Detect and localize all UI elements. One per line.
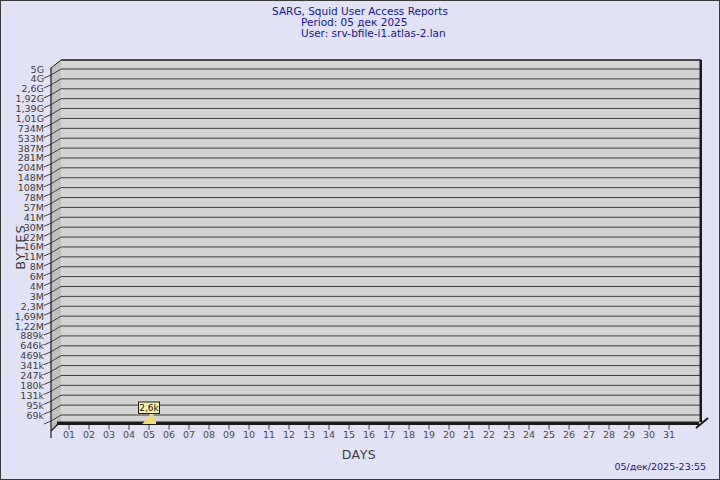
svg-text:14: 14 [323,429,335,440]
svg-text:10: 10 [243,429,255,440]
svg-text:30: 30 [643,429,655,440]
svg-text:28: 28 [603,429,615,440]
chart-svg: 5G4G2,6G1,92G1,39G1,01G734M533M387M281M2… [1,1,720,480]
generated-timestamp: 05/дек/2025-23:55 [614,461,706,472]
svg-text:17: 17 [383,429,395,440]
svg-text:04: 04 [123,429,135,440]
svg-text:08: 08 [203,429,215,440]
svg-text:24: 24 [523,429,535,440]
x-tick-labels: 0102030405060708091011121314151617181920… [63,425,675,440]
svg-text:31: 31 [663,429,675,440]
svg-text:03: 03 [103,429,115,440]
report-canvas: 5G4G2,6G1,92G1,39G1,01G734M533M387M281M2… [0,0,720,480]
svg-text:02: 02 [83,429,95,440]
svg-text:19: 19 [423,429,435,440]
x-axis-title: DAYS [342,447,377,462]
svg-text:20: 20 [443,429,455,440]
svg-text:06: 06 [163,429,175,440]
plot-area [61,60,701,425]
svg-text:12: 12 [283,429,295,440]
y-axis-title: BYTES [13,224,28,270]
svg-text:23: 23 [503,429,515,440]
svg-text:26: 26 [563,429,575,440]
svg-text:15: 15 [343,429,355,440]
svg-text:18: 18 [403,429,415,440]
svg-text:13: 13 [303,429,315,440]
svg-text:21: 21 [463,429,475,440]
svg-text:29: 29 [623,429,635,440]
plot-right-edge [700,60,703,422]
svg-text:16: 16 [363,429,375,440]
svg-text:09: 09 [223,429,235,440]
svg-text:22: 22 [483,429,495,440]
svg-text:05: 05 [143,429,155,440]
bar-value-label: 2,6k [139,403,159,413]
svg-text:07: 07 [183,429,195,440]
plot-left-wall [51,60,61,431]
svg-text:27: 27 [583,429,595,440]
svg-text:69k: 69k [26,410,44,421]
report-user: User: srv-bfile-i1.atlas-2.lan [301,28,446,39]
svg-text:11: 11 [263,429,275,440]
svg-text:25: 25 [543,429,555,440]
svg-text:01: 01 [63,429,75,440]
